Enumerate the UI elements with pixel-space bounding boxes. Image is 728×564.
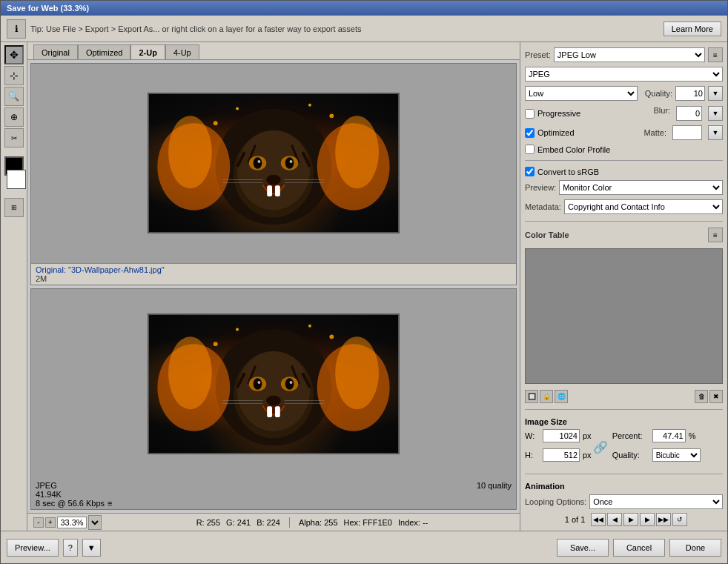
anim-play-button[interactable]: ▶: [623, 513, 638, 526]
quality-arrow[interactable]: ▼: [708, 86, 723, 101]
optimized-checkbox[interactable]: [525, 128, 535, 138]
width-unit: px: [583, 431, 592, 440]
matte-color[interactable]: [672, 125, 702, 140]
eyedropper-tool[interactable]: 🔍: [4, 87, 24, 106]
svg-point-46: [285, 378, 294, 390]
canvas-area: Original Optimized 2-Up 4-Up: [27, 42, 520, 531]
anim-last-button[interactable]: ▶▶: [656, 513, 671, 526]
embed-color-label: Embed Color Profile: [537, 145, 610, 154]
ct-icon-trash[interactable]: ✖: [709, 390, 723, 403]
toggle-view[interactable]: ⊞: [4, 198, 24, 217]
marquee-tool[interactable]: ⊹: [4, 66, 24, 85]
height-unit: px: [583, 451, 592, 460]
percent-input[interactable]: [652, 429, 686, 442]
anim-next-button[interactable]: ▶: [640, 513, 655, 526]
svg-point-21: [266, 175, 281, 185]
done-button[interactable]: Done: [669, 539, 721, 557]
format-dropdown[interactable]: JPEG: [525, 67, 723, 82]
svg-point-4: [335, 116, 379, 189]
ct-icon-web[interactable]: 🌐: [555, 390, 568, 403]
svg-point-18: [285, 157, 294, 169]
ct-icon-delete[interactable]: 🗑: [695, 390, 708, 403]
looping-row: Looping Options: Once: [525, 494, 723, 510]
zoom-decrease-button[interactable]: -: [33, 517, 44, 528]
quality-input[interactable]: [675, 86, 705, 101]
svg-rect-23: [275, 186, 280, 197]
right-panel: Preset: JPEG Low ≡ JPEG Low Quality: ▼: [520, 42, 727, 531]
matte-arrow[interactable]: ▼: [708, 125, 723, 140]
matte-label: Matte:: [643, 128, 666, 137]
optimized-filesize: 41.94K: [36, 490, 113, 499]
svg-rect-22: [267, 186, 272, 197]
color-table-area: [525, 248, 723, 384]
info-icon[interactable]: ℹ: [7, 19, 26, 39]
help-button[interactable]: ?: [63, 539, 78, 557]
preset-dropdown[interactable]: JPEG Low: [554, 47, 705, 62]
background-color[interactable]: [7, 170, 26, 189]
help-dropdown-button[interactable]: ▼: [82, 539, 101, 557]
blur-input[interactable]: [676, 106, 702, 121]
progressive-checkbox[interactable]: [525, 109, 535, 119]
optimized-time: 8 sec @ 56.6 Kbps: [36, 499, 105, 508]
move-tool[interactable]: ✥: [4, 45, 24, 64]
blur-label: Blur:: [653, 106, 670, 121]
tab-original[interactable]: Original: [33, 44, 78, 59]
tip-text: Tip: Use File > Export > Export As... or…: [30, 24, 659, 33]
metadata-dropdown[interactable]: Copyright and Contact Info: [564, 199, 723, 214]
tab-4up[interactable]: 4-Up: [165, 44, 199, 59]
height-input[interactable]: [543, 448, 580, 462]
zoom-input[interactable]: [57, 517, 87, 528]
original-label: Original: "3D-Wallpaper-Ahw81.jpg" 2M: [31, 263, 516, 285]
image-size-label: Image Size: [525, 417, 723, 426]
preset-menu-button[interactable]: ≡: [708, 47, 723, 62]
ct-icon-new[interactable]: 🔲: [525, 390, 538, 403]
preview-button[interactable]: Preview...: [7, 539, 59, 557]
optimized-tiger-image: [148, 313, 400, 454]
format-row: JPEG: [525, 66, 723, 82]
ct-icon-lock[interactable]: 🔒: [540, 390, 553, 403]
anim-prev-button[interactable]: ◀: [607, 513, 622, 526]
convert-srgb-checkbox[interactable]: [525, 167, 535, 176]
divider-4: [525, 474, 723, 474]
canvas-container: Original: "3D-Wallpaper-Ahw81.jpg" 2M: [27, 60, 520, 513]
percent-row: Percent: %: [612, 429, 701, 442]
anim-loop-button[interactable]: ↺: [672, 513, 687, 526]
quality-resample-label: Quality:: [612, 451, 649, 460]
color-table-menu-button[interactable]: ≡: [708, 228, 723, 242]
compression-quality-row: Low Quality: ▼: [525, 85, 723, 102]
pixel-info: R: 255 G: 241 B: 224 Alpha: 255 Hex: FFF…: [110, 517, 514, 528]
tab-2up[interactable]: 2-Up: [130, 44, 165, 59]
blur-arrow[interactable]: ▼: [708, 106, 723, 121]
slice-tool[interactable]: ✂: [4, 128, 24, 147]
cancel-button[interactable]: Cancel: [613, 539, 665, 557]
svg-point-5: [214, 121, 218, 125]
progressive-label: Progressive: [537, 109, 580, 118]
svg-point-36: [308, 325, 311, 328]
optimized-row: Optimized: [525, 128, 575, 138]
svg-point-2: [168, 116, 212, 189]
optimized-options-icon[interactable]: ≡: [107, 499, 112, 508]
index-value: Index: --: [398, 518, 428, 527]
zoom-tool[interactable]: ⊕: [4, 107, 24, 127]
embed-color-checkbox[interactable]: [525, 145, 535, 154]
height-row: H: px: [525, 448, 592, 462]
anim-first-button[interactable]: ◀◀: [591, 513, 606, 526]
quality-resample-dropdown[interactable]: Bicubic: [652, 448, 701, 462]
save-button[interactable]: Save...: [557, 539, 609, 557]
zoom-dropdown[interactable]: ▼: [88, 515, 102, 530]
zoom-increase-button[interactable]: +: [45, 517, 56, 528]
zoom-control: - + ▼: [33, 515, 102, 530]
looping-dropdown[interactable]: Once: [589, 494, 723, 509]
preview-dropdown[interactable]: Monitor Color: [559, 180, 723, 195]
r-value: R: 255: [196, 518, 220, 527]
animation-section: Animation Looping Options: Once 1 of 1 ◀…: [525, 482, 723, 526]
alpha-value: Alpha: 255: [299, 518, 338, 527]
svg-point-33: [214, 342, 218, 346]
learn-more-button[interactable]: Learn More: [664, 21, 721, 36]
compression-dropdown[interactable]: Low: [525, 86, 638, 101]
svg-point-17: [254, 157, 262, 169]
tab-optimized[interactable]: Optimized: [78, 44, 131, 59]
width-input[interactable]: [543, 429, 580, 442]
quality-resample-row: Quality: Bicubic: [612, 448, 701, 462]
svg-point-19: [257, 160, 260, 163]
